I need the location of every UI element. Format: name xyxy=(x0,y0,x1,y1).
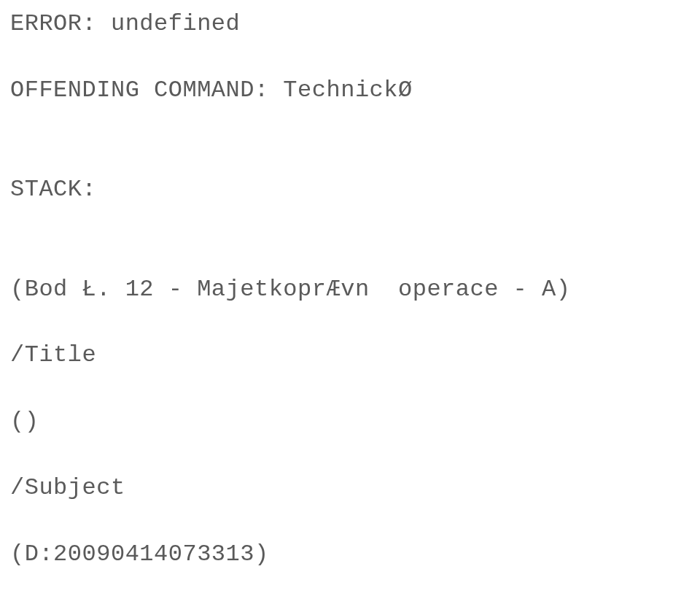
line-moddate-value: (D:20090414073313) xyxy=(10,538,690,570)
line-error: ERROR: undefined xyxy=(10,7,690,40)
line-stack-header: STACK: xyxy=(10,173,690,206)
line-stack-string: (Bod Ł. 12 - MajetkoprÆvn operace - A) xyxy=(10,273,690,306)
line-offending-command: OFFENDING COMMAND: TechnickØ xyxy=(10,74,690,107)
line-title-key: /Title xyxy=(10,338,690,371)
line-subject-key: /Subject xyxy=(10,471,690,504)
postscript-error-dump: ERROR: undefined OFFENDING COMMAND: Tech… xyxy=(0,0,700,596)
line-title-value: () xyxy=(10,405,690,438)
